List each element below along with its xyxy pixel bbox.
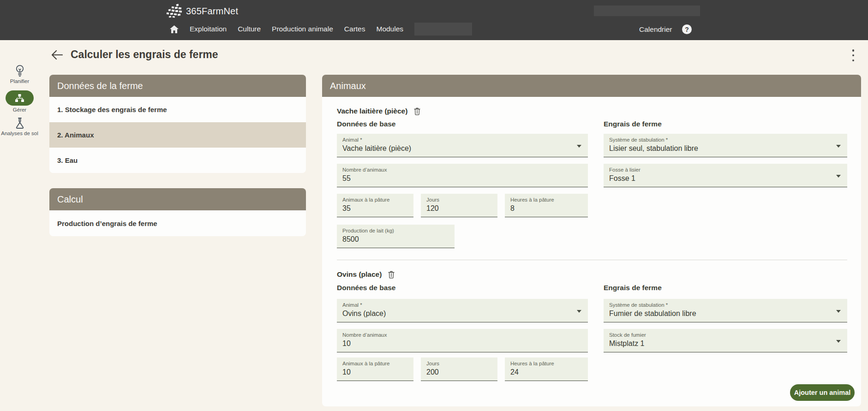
help-icon[interactable]: ?: [682, 24, 692, 34]
step-item-stockage[interactable]: 1. Stockage des engrais de ferme: [49, 97, 306, 122]
main-nav: Exploitation Culture Production animale …: [170, 22, 472, 36]
rail-item-planifier[interactable]: Planifier: [0, 65, 39, 84]
nav-item-cartes[interactable]: Cartes: [344, 25, 365, 33]
farm-data-panel: Données de la ferme 1. Stockage des engr…: [49, 75, 306, 173]
nav-item-culture[interactable]: Culture: [238, 25, 261, 33]
pasture-hours-input[interactable]: Heures à la pâture 8: [505, 194, 588, 217]
housing-system-select[interactable]: Système de stabulation * Fumier de stabu…: [604, 299, 847, 322]
animal-section-heading: Vache laitière (pièce): [337, 107, 420, 115]
flask-icon: [14, 117, 25, 129]
back-arrow-icon[interactable]: [51, 50, 63, 60]
manure-title: Engrais de ferme: [604, 284, 662, 292]
left-rail: Planifier Gérer Analyses de sol: [0, 65, 39, 139]
animal-section-heading: Ovins (place): [337, 270, 395, 279]
pasture-animals-input[interactable]: Animaux à la pâture 10: [337, 357, 413, 381]
milk-production-input[interactable]: Production de lait (kg) 8500: [337, 225, 455, 248]
rail-item-analyses-de-sol[interactable]: Analyses de sol: [0, 117, 39, 136]
home-icon[interactable]: [170, 25, 179, 33]
calcul-item-production[interactable]: Production d’engrais de ferme: [49, 210, 306, 236]
topbar: 365FarmNet Exploitation Culture Producti…: [0, 0, 868, 40]
rail-label-planifier: Planifier: [0, 78, 39, 84]
chevron-down-icon: [836, 145, 841, 148]
more-options-icon[interactable]: [850, 49, 856, 61]
base-data-title: Données de base: [337, 120, 396, 128]
nav-item-redacted[interactable]: [414, 23, 472, 36]
chevron-down-icon: [836, 175, 841, 178]
page-title: Calculer les engrais de ferme: [71, 48, 218, 61]
animals-panel-body: Vache laitière (pièce) Données de base E…: [322, 97, 861, 406]
365farmnet-logo-icon: [165, 4, 185, 18]
rail-item-gerer[interactable]: Gérer: [0, 90, 39, 113]
logo-text: 365FarmNet: [186, 6, 238, 17]
chevron-down-icon: [577, 310, 581, 313]
active-pill: [6, 90, 34, 106]
chevron-down-icon: [577, 145, 581, 148]
nav-item-exploitation[interactable]: Exploitation: [190, 25, 227, 33]
section-divider: [337, 260, 847, 260]
lightbulb-icon: [14, 65, 25, 77]
calcul-panel: Calcul Production d’engrais de ferme: [49, 188, 306, 236]
animals-panel-header: Animaux: [322, 75, 861, 97]
animal-select[interactable]: Animal * Ovins (place): [337, 299, 588, 322]
manure-title: Engrais de ferme: [604, 120, 662, 128]
delete-animal-icon[interactable]: [388, 271, 395, 279]
days-input[interactable]: Jours 200: [421, 357, 497, 381]
add-animal-button[interactable]: Ajouter un animal: [790, 384, 855, 401]
manure-storage-select[interactable]: Stock de fumier Mistplatz 1: [604, 329, 847, 352]
step-item-animaux[interactable]: 2. Animaux: [49, 122, 306, 148]
logo[interactable]: 365FarmNet: [165, 4, 238, 18]
animal-count-input[interactable]: Nombre d’animaux 10: [337, 329, 588, 352]
slurry-pit-select[interactable]: Fosse à lisier Fosse 1: [604, 164, 847, 187]
rail-label-gerer: Gérer: [0, 107, 39, 113]
delete-animal-icon[interactable]: [414, 107, 420, 115]
rail-label-analyses-de-sol: Analyses de sol: [0, 131, 39, 136]
nav-item-modules[interactable]: Modules: [376, 25, 403, 33]
nav-item-calendrier[interactable]: Calendrier: [639, 25, 672, 34]
chevron-down-icon: [836, 340, 841, 343]
pasture-hours-input[interactable]: Heures à la pâture 24: [505, 357, 588, 381]
sitemap-icon: [15, 94, 24, 102]
calcul-panel-header: Calcul: [49, 188, 306, 210]
step-item-eau[interactable]: 3. Eau: [49, 148, 306, 173]
pasture-animals-input[interactable]: Animaux à la pâture 35: [337, 194, 413, 217]
topbar-search-box[interactable]: [594, 6, 700, 16]
days-input[interactable]: Jours 120: [421, 194, 497, 217]
housing-system-select[interactable]: Système de stabulation * Lisier seul, st…: [604, 134, 847, 157]
chevron-down-icon: [836, 310, 841, 313]
animal-name: Vache laitière (pièce): [337, 107, 407, 115]
farm-data-panel-header: Données de la ferme: [49, 75, 306, 97]
animal-name: Ovins (place): [337, 270, 382, 279]
nav-item-production-animale[interactable]: Production animale: [272, 25, 333, 33]
animal-select[interactable]: Animal * Vache laitière (pièce): [337, 134, 588, 157]
animal-count-input[interactable]: Nombre d’animaux 55: [337, 164, 588, 187]
base-data-title: Données de base: [337, 284, 396, 292]
